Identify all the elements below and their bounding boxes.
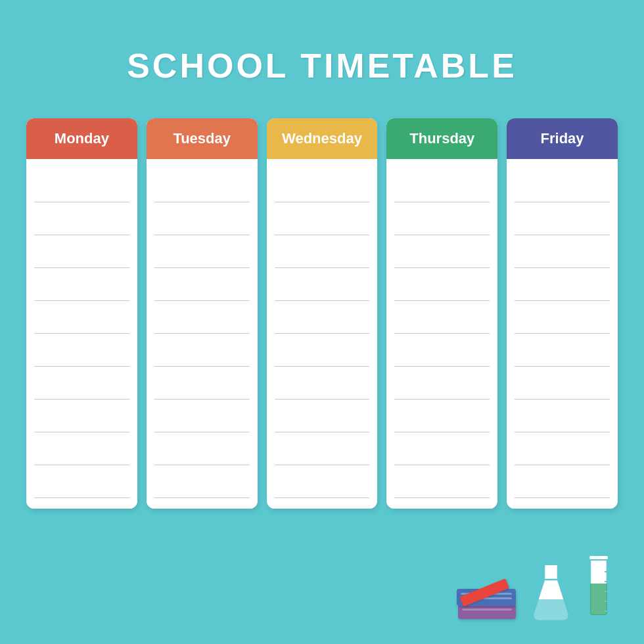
line-row: [394, 432, 490, 465]
line-row: [34, 400, 129, 432]
line-row: [515, 367, 610, 400]
flask-svg: [530, 559, 572, 624]
timetable: Monday Tuesday Wed: [0, 118, 644, 509]
monday-lines: [26, 159, 137, 509]
line-row: [394, 301, 490, 334]
line-row: [34, 235, 129, 268]
line-row: [154, 202, 250, 235]
illustrations-area: [0, 539, 644, 644]
line-row: [34, 301, 129, 334]
line-row: [154, 432, 250, 465]
line-row: [275, 334, 370, 367]
line-row: [34, 268, 129, 301]
graduated-cylinder-icon: [586, 552, 611, 624]
wednesday-column: Wednesday: [267, 118, 378, 509]
thursday-column: Thursday: [386, 118, 497, 509]
line-row: [515, 170, 610, 202]
line-row: [154, 170, 250, 202]
page-title: SCHOOL TIMETABLE: [127, 46, 517, 85]
line-row: [515, 268, 610, 301]
friday-header: Friday: [507, 118, 618, 159]
line-row: [275, 400, 370, 432]
friday-lines: [507, 159, 618, 509]
line-row: [394, 202, 490, 235]
svg-rect-2: [543, 560, 559, 565]
line-row: [275, 367, 370, 400]
wednesday-lines: [267, 159, 378, 509]
line-row: [515, 432, 610, 465]
line-row: [515, 235, 610, 268]
line-row: [275, 301, 370, 334]
line-row: [515, 465, 610, 498]
line-row: [275, 202, 370, 235]
line-row: [394, 367, 490, 400]
line-row: [34, 367, 129, 400]
line-row: [154, 367, 250, 400]
line-row: [394, 235, 490, 268]
monday-header: Monday: [26, 118, 137, 159]
line-row: [394, 334, 490, 367]
line-row: [394, 465, 490, 498]
tuesday-lines: [147, 159, 258, 509]
thursday-lines: [386, 159, 497, 509]
line-row: [515, 202, 610, 235]
svg-rect-6: [589, 555, 609, 560]
line-row: [275, 170, 370, 202]
line-row: [275, 432, 370, 465]
line-row: [154, 235, 250, 268]
line-row: [34, 432, 129, 465]
line-row: [394, 268, 490, 301]
friday-column: Friday: [507, 118, 618, 509]
line-row: [34, 202, 129, 235]
tuesday-column: Tuesday: [147, 118, 258, 509]
thursday-header: Thursday: [386, 118, 497, 159]
line-row: [154, 465, 250, 498]
line-row: [515, 334, 610, 367]
line-row: [154, 301, 250, 334]
cylinder-svg: [586, 552, 611, 624]
line-row: [515, 400, 610, 432]
line-row: [34, 465, 129, 498]
line-row: [275, 465, 370, 498]
line-row: [34, 334, 129, 367]
line-row: [394, 400, 490, 432]
illustrations: [460, 552, 611, 624]
line-row: [275, 235, 370, 268]
line-row: [34, 170, 129, 202]
flask-icon: [530, 552, 576, 624]
line-row: [154, 268, 250, 301]
tuesday-header: Tuesday: [147, 118, 258, 159]
line-row: [275, 268, 370, 301]
line-row: [394, 170, 490, 202]
line-row: [515, 301, 610, 334]
line-row: [154, 334, 250, 367]
wednesday-header: Wednesday: [267, 118, 378, 159]
book-stack-icon: [460, 559, 519, 624]
line-row: [154, 400, 250, 432]
monday-column: Monday: [26, 118, 137, 509]
